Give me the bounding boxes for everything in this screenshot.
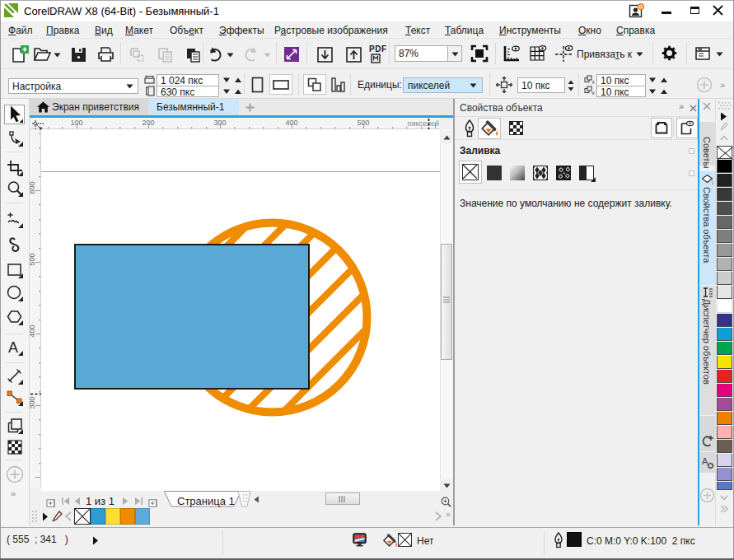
svg-text:300: 300 <box>30 396 36 408</box>
svg-text:600: 600 <box>30 181 36 194</box>
svg-text:400: 400 <box>285 119 297 127</box>
svg-text:200: 200 <box>142 119 154 127</box>
svg-text:100: 100 <box>70 119 82 127</box>
svg-text:y: y <box>592 90 596 96</box>
svg-text:500: 500 <box>30 253 36 265</box>
svg-text:A: A <box>8 339 18 356</box>
svg-text:A: A <box>702 456 708 466</box>
svg-text:пикселей: пикселей <box>408 119 439 128</box>
svg-text:400: 400 <box>30 324 36 337</box>
svg-text:500: 500 <box>357 119 369 127</box>
svg-text:x: x <box>592 79 596 85</box>
svg-text:300: 300 <box>213 119 226 127</box>
